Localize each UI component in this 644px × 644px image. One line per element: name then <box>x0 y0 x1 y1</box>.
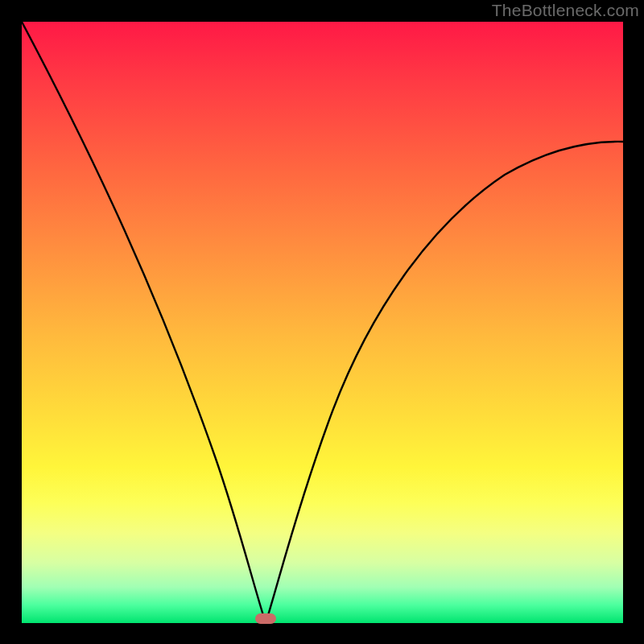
bottleneck-curve <box>22 22 623 623</box>
chart-frame: TheBottleneck.com <box>0 0 644 644</box>
plot-area <box>22 22 623 623</box>
watermark-text: TheBottleneck.com <box>492 1 639 20</box>
optimal-point-marker <box>255 613 276 624</box>
curve-path <box>22 22 623 623</box>
